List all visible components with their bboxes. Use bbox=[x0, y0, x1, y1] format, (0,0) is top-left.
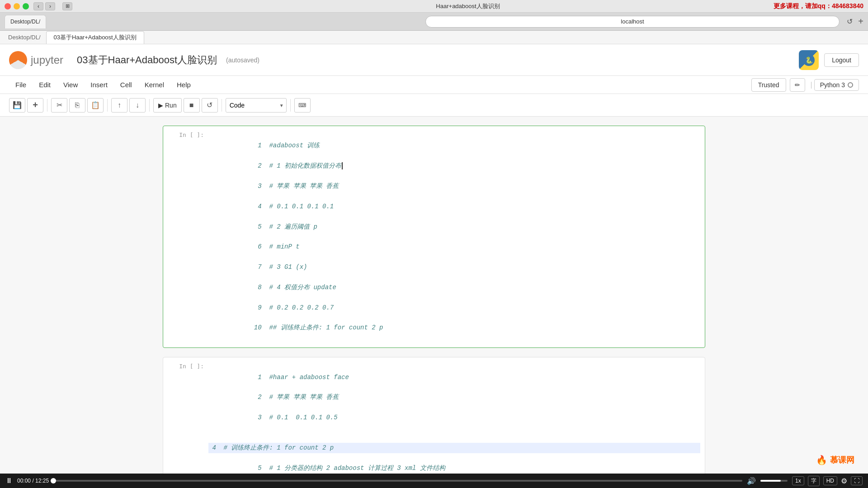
code-line-3: 3 # 苹果 苹果 苹果 香蕉 bbox=[254, 183, 339, 190]
toolbar-separator-1 bbox=[47, 99, 47, 112]
cut-button[interactable]: ✂ bbox=[51, 98, 67, 113]
code-line-5: 5 # 2 遍历阈值 p bbox=[254, 223, 317, 230]
kernel-status-circle bbox=[848, 82, 853, 88]
move-up-button[interactable]: ↑ bbox=[111, 98, 127, 113]
autosaved-label: (autosaved) bbox=[226, 56, 259, 64]
menu-bar: File Edit View Insert Cell Kernel Help T… bbox=[0, 76, 868, 94]
cell-1-input: In [ ]: 1 #adaboost 训练 2 # 1 初始化数据权值分布 3… bbox=[163, 126, 705, 347]
move-down-button[interactable]: ↓ bbox=[129, 98, 146, 113]
kernel-info: Python 3 bbox=[814, 79, 859, 91]
cell2-line-5: 5 # 1 分类器的结构 2 adaboost 计算过程 3 xml 文件结构 bbox=[254, 465, 445, 472]
window-title: Haar+adaboost人脸识别 bbox=[436, 2, 500, 10]
menu-view[interactable]: View bbox=[57, 77, 84, 92]
menu-cell[interactable]: Cell bbox=[114, 77, 138, 92]
add-cell-button[interactable]: + bbox=[27, 98, 43, 113]
svg-text:🐍: 🐍 bbox=[805, 56, 813, 64]
cell-1-code[interactable]: 1 #adaboost 训练 2 # 1 初始化数据权值分布 3 # 苹果 苹果… bbox=[208, 131, 700, 343]
toolbar-separator-2 bbox=[107, 99, 108, 112]
save-button[interactable]: 💾 bbox=[9, 98, 25, 113]
code-line-8: 8 # 4 权值分布 update bbox=[254, 284, 336, 291]
breadcrumb-desktop[interactable]: Desktop/DL/ bbox=[5, 33, 44, 42]
jupyter-icon bbox=[9, 51, 27, 69]
edit-icon-button[interactable]: ✏ bbox=[790, 78, 805, 92]
menu-file[interactable]: File bbox=[9, 77, 33, 92]
cell-1[interactable]: In [ ]: 1 #adaboost 训练 2 # 1 初始化数据权值分布 3… bbox=[163, 126, 705, 348]
subtitle-button[interactable]: 字 bbox=[808, 476, 820, 486]
watermark-text: 慕课网 bbox=[830, 455, 854, 465]
notebook-container: In [ ]: 1 #adaboost 训练 2 # 1 初始化数据权值分布 3… bbox=[163, 126, 705, 474]
restart-button[interactable]: ↺ bbox=[202, 98, 218, 113]
settings-button[interactable]: ⚙ bbox=[841, 477, 847, 485]
minimize-button[interactable] bbox=[14, 3, 20, 9]
back-button[interactable]: ‹ bbox=[33, 2, 43, 10]
cell-type-wrapper: Code Markdown Raw NBConvert Heading ▼ bbox=[226, 98, 287, 113]
refresh-button[interactable]: ↺ bbox=[847, 17, 853, 26]
run-label: Run bbox=[165, 102, 177, 109]
keyboard-button[interactable]: ⌨ bbox=[294, 98, 311, 113]
hd-button[interactable]: HD bbox=[823, 476, 837, 485]
volume-bar[interactable] bbox=[760, 480, 788, 482]
notebook-title[interactable]: 03基于Haar+Adaboost人脸识别 bbox=[77, 53, 217, 67]
jupyter-text: jupyter bbox=[31, 54, 63, 66]
ad-banner: 更多课程，请加qq：484683840 bbox=[774, 2, 863, 10]
cell-2-label: In [ ]: bbox=[168, 362, 208, 370]
cell-1-wrapper: In [ ]: 1 #adaboost 训练 2 # 1 初始化数据权值分布 3… bbox=[163, 126, 705, 348]
current-time: 00:00 bbox=[17, 478, 31, 484]
cell-2-code[interactable]: 1 #haar + adaboost face 2 # 苹果 苹果 苹果 香蕉 … bbox=[208, 362, 700, 474]
code-line-2: 2 # 1 初始化数据权值分布 bbox=[254, 162, 343, 169]
code-line-7: 7 # 3 G1 (x) bbox=[254, 263, 307, 271]
speed-button[interactable]: 1x bbox=[792, 476, 804, 485]
copy-button[interactable]: ⎘ bbox=[69, 98, 85, 113]
volume-fill bbox=[760, 480, 781, 482]
browser-tab-desktop[interactable]: Desktop/DL/ bbox=[5, 15, 46, 28]
progress-thumb[interactable] bbox=[51, 478, 56, 483]
paste-button[interactable]: 📋 bbox=[87, 98, 104, 113]
cell-2-input: In [ ]: 1 #haar + adaboost face 2 # 苹果 苹… bbox=[163, 357, 705, 474]
url-bar[interactable]: localhost bbox=[425, 16, 840, 28]
code-line-10: 10 ## 训练终止条件: 1 for count 2 p bbox=[254, 324, 383, 331]
stop-button[interactable]: ■ bbox=[184, 98, 200, 113]
jupyter-logo: jupyter bbox=[9, 51, 63, 69]
cell-2-wrapper: In [ ]: 1 #haar + adaboost face 2 # 苹果 苹… bbox=[163, 357, 705, 474]
new-tab-button[interactable]: + bbox=[858, 16, 863, 27]
toolbar-separator-5 bbox=[290, 99, 291, 112]
python-icon: 🐍 bbox=[799, 50, 819, 70]
cell-2[interactable]: In [ ]: 1 #haar + adaboost face 2 # 苹果 苹… bbox=[163, 357, 705, 474]
jupyter-header: jupyter 03基于Haar+Adaboost人脸识别 (autosaved… bbox=[0, 44, 868, 76]
progress-bar[interactable] bbox=[53, 480, 742, 482]
toolbar-separator-4 bbox=[222, 99, 222, 112]
menu-edit[interactable]: Edit bbox=[33, 77, 57, 92]
menu-kernel[interactable]: Kernel bbox=[138, 77, 170, 92]
flame-icon: 🔥 bbox=[816, 455, 827, 465]
fullscreen-button[interactable]: ⛶ bbox=[851, 476, 863, 485]
watermark: 🔥 慕课网 bbox=[816, 455, 854, 465]
cell-type-select[interactable]: Code Markdown Raw NBConvert Heading bbox=[226, 98, 287, 113]
notebook-tab[interactable]: 03基于Haar+Adaboost人脸识别 bbox=[46, 31, 144, 44]
traffic-lights bbox=[5, 3, 29, 9]
menu-insert[interactable]: Insert bbox=[84, 77, 114, 92]
play-button[interactable]: ⏸ bbox=[5, 477, 13, 485]
cell2-line-4: 4 # 训练终止条件: 1 for count 2 p bbox=[208, 443, 700, 453]
cell-1-label: In [ ]: bbox=[168, 131, 208, 138]
video-controls-right: 1x 字 HD ⚙ ⛶ bbox=[792, 476, 863, 486]
notebook-main: In [ ]: 1 #adaboost 训练 2 # 1 初始化数据权值分布 3… bbox=[0, 117, 868, 474]
kernel-label: Python 3 bbox=[820, 81, 845, 89]
run-button[interactable]: ▶ Run bbox=[153, 98, 182, 113]
volume-icon[interactable]: 🔊 bbox=[747, 477, 756, 485]
time-display: 00:00 / 12:25 bbox=[17, 478, 49, 484]
trusted-button[interactable]: Trusted bbox=[751, 78, 786, 92]
code-line-1: 1 #adaboost 训练 bbox=[254, 142, 320, 149]
code-line-6: 6 # minP t bbox=[254, 243, 300, 250]
menu-help[interactable]: Help bbox=[170, 77, 197, 92]
grid-button[interactable]: ⊞ bbox=[62, 2, 72, 10]
code-line-9: 9 # 0.2 0.2 0.2 0.7 bbox=[254, 304, 334, 311]
forward-button[interactable]: › bbox=[45, 2, 55, 10]
video-bar[interactable]: ⏸ 00:00 / 12:25 🔊 1x 字 HD ⚙ ⛶ bbox=[0, 474, 868, 488]
run-icon: ▶ bbox=[158, 102, 163, 109]
close-button[interactable] bbox=[5, 3, 11, 9]
maximize-button[interactable] bbox=[23, 3, 29, 9]
logout-button[interactable]: Logout bbox=[824, 53, 859, 67]
cell2-line-1: 1 #haar + adaboost face bbox=[254, 374, 349, 381]
browser-bar: Desktop/DL/ localhost ↺ + bbox=[0, 13, 868, 31]
tabs-bar: Desktop/DL/ 03基于Haar+Adaboost人脸识别 bbox=[0, 31, 868, 44]
